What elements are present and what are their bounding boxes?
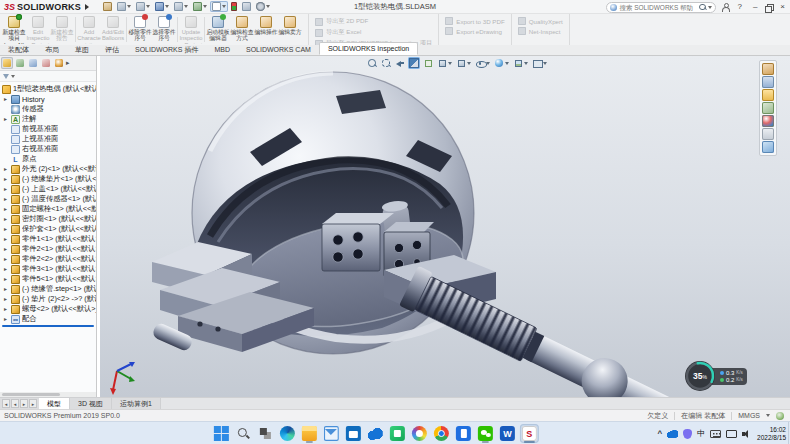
store-taskbar-button[interactable] [344, 424, 363, 443]
tree-item[interactable]: ▸外壳 (2)<1> (默认<<默认>_显示状态 [0, 164, 96, 174]
custom-properties-tab[interactable] [762, 128, 774, 140]
dynamic-annotation-views-button[interactable] [422, 57, 434, 69]
appearances-scenes-tab[interactable] [762, 115, 774, 127]
new-document-button[interactable] [115, 1, 133, 12]
word-taskbar-button[interactable]: W [498, 424, 517, 443]
photos-taskbar-button[interactable] [410, 424, 429, 443]
expander-icon[interactable]: ▸ [2, 224, 9, 234]
configuration-manager-tab[interactable] [27, 57, 39, 69]
menu-expand-arrow-icon[interactable] [85, 4, 89, 10]
help-search-box[interactable] [606, 2, 716, 13]
design-library-tab[interactable] [762, 76, 774, 88]
expander-icon[interactable]: ▸ [2, 94, 9, 104]
expander-icon[interactable]: ▸ [2, 254, 9, 264]
tree-item[interactable]: 右视基准面 [0, 144, 96, 154]
document-tab-运动算例1[interactable]: 运动算例1 [112, 398, 161, 409]
tree-item[interactable]: ▸(-) 上盖<1> (默认<<默认>_显示状态 [0, 184, 96, 194]
ribbon-tab-评估[interactable]: 评估 [97, 44, 127, 55]
tree-item[interactable]: ▸(-) 绝缘管.step<1> (默认<<默认>_ [0, 284, 96, 294]
options-button[interactable] [254, 1, 272, 12]
tab-nav-first-button[interactable]: ◂ [2, 399, 10, 408]
document-tab-3D 视图[interactable]: 3D 视图 [70, 398, 112, 409]
tree-item[interactable]: 上视基准面 [0, 134, 96, 144]
expander-icon[interactable]: ▸ [2, 304, 9, 314]
home-button[interactable] [101, 1, 114, 12]
solidworks-taskbar-button[interactable]: S [520, 424, 539, 443]
feature-manager-tab[interactable] [1, 57, 13, 69]
ime-mode-button[interactable]: 中 [697, 428, 705, 439]
security-tray-icon[interactable] [683, 429, 692, 439]
ribbon-button-edit-vendors[interactable]: 编辑卖方 [278, 15, 302, 44]
tree-item[interactable]: ▸零件1<1> (默认<<默认>_显示状态 [0, 234, 96, 244]
task-view-taskbar-button[interactable] [256, 424, 275, 443]
rebuild-button[interactable] [229, 1, 239, 12]
view-settings-button[interactable] [531, 57, 548, 69]
login-icon[interactable] [721, 3, 729, 11]
search-caret-icon[interactable] [708, 6, 712, 9]
solidworks-resources-tab[interactable] [762, 63, 774, 75]
expander-icon[interactable]: ▸ [2, 244, 9, 254]
tray-overflow-chevron[interactable]: ^ [657, 429, 662, 438]
edit-appearance-button[interactable] [493, 57, 510, 69]
units-selector[interactable]: MMGS [738, 412, 760, 419]
filter-icon[interactable] [3, 74, 9, 79]
ribbon-tab-SOLIDWORKS Inspection[interactable]: SOLIDWORKS Inspection [319, 42, 418, 55]
section-view-button[interactable] [408, 57, 420, 69]
tree-item[interactable]: ▸零件2<1> (默认<<默认>_显示状态 [0, 244, 96, 254]
ribbon-tab-SOLIDWORKS 插件[interactable]: SOLIDWORKS 插件 [127, 44, 206, 55]
expander-icon[interactable]: ▸ [2, 274, 9, 284]
filter-caret-icon[interactable] [11, 75, 15, 78]
file-properties-button[interactable] [240, 1, 253, 12]
network-monitor-icon[interactable] [726, 430, 737, 438]
help-button[interactable]: ? [734, 1, 744, 13]
tree-item[interactable]: ▸(-) 温度传感器<1> (默认<<默认>_显 [0, 194, 96, 204]
expander-icon[interactable]: ▸ [2, 114, 9, 124]
display-style-button[interactable] [455, 57, 472, 69]
phone-taskbar-button[interactable] [454, 424, 473, 443]
tree-item[interactable]: ▸固定螺栓<1> (默认<<默认>_显示状 [0, 204, 96, 214]
view-orientation-button[interactable] [436, 57, 453, 69]
expander-icon[interactable]: ▸ [2, 184, 9, 194]
search-icon[interactable] [699, 4, 706, 11]
expander-icon[interactable]: ▸ [2, 204, 9, 214]
tree-item[interactable]: ▸保护套<1> (默认<<默认>_显示状态 [0, 224, 96, 234]
tree-item[interactable]: ▸(-) 垫片 (2)<2> ->? (默认<<默认>_ [0, 294, 96, 304]
mail-taskbar-button[interactable] [322, 424, 341, 443]
hide-show-items-button[interactable] [474, 57, 491, 69]
net-speed-widget[interactable]: 35% 0.3 K/s 0.2 K/s [684, 360, 747, 392]
globe-icon[interactable] [776, 412, 784, 420]
touch-keyboard-icon[interactable] [710, 430, 721, 438]
tree-item[interactable]: ▸零件5<1> (默认<<默认>_显示状态 [0, 274, 96, 284]
file-explorer-tab[interactable] [762, 89, 774, 101]
close-button[interactable]: × [777, 1, 788, 13]
view-palette-tab[interactable] [762, 102, 774, 114]
minimize-button[interactable]: – [750, 1, 760, 13]
ribbon-button-edit-operations[interactable]: 编辑操作 [254, 15, 278, 44]
dimxpert-manager-tab[interactable] [40, 57, 52, 69]
ribbon-button-remove-balloons[interactable]: 移除零件序号 [128, 15, 152, 44]
solidworks-forum-tab[interactable] [762, 141, 774, 153]
zoom-fit-button[interactable] [366, 57, 378, 69]
expander-icon[interactable]: ▸ [2, 174, 9, 184]
tab-nav-last-button[interactable]: ▸ [29, 399, 37, 408]
app-green-taskbar-button[interactable] [388, 424, 407, 443]
restore-button[interactable] [765, 4, 772, 11]
tree-item[interactable]: 传感器 [0, 104, 96, 114]
search-taskbar-button[interactable] [234, 424, 253, 443]
ribbon-button-select-balloons[interactable]: 选择零件序号 [152, 15, 176, 44]
graphics-viewport[interactable]: 35% 0.3 K/s 0.2 K/s [100, 56, 790, 397]
expander-icon[interactable]: ▸ [2, 194, 9, 204]
onedrive-taskbar-button[interactable] [366, 424, 385, 443]
tree-item[interactable]: ▸A注解 [0, 114, 96, 124]
ribbon-tab-MBD[interactable]: MBD [206, 44, 238, 55]
search-input[interactable] [619, 4, 697, 11]
ribbon-button-edit-inspection-methods[interactable]: 编辑检查方式 [230, 15, 254, 44]
units-caret-icon[interactable] [766, 414, 770, 417]
expander-icon[interactable]: ▸ [2, 234, 9, 244]
scrollbar-thumb[interactable] [2, 393, 60, 396]
volume-icon[interactable] [742, 429, 752, 438]
print-button[interactable] [172, 1, 190, 12]
tree-item[interactable]: L原点 [0, 154, 96, 164]
undo-button[interactable] [191, 1, 209, 12]
expander-icon[interactable]: ▸ [2, 164, 9, 174]
